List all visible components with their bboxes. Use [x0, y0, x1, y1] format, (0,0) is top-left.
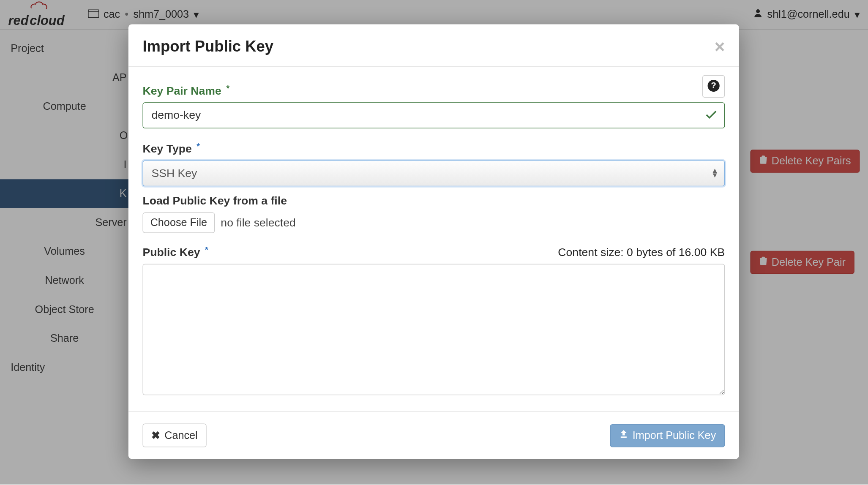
close-icon[interactable]: ×: [715, 41, 725, 52]
key-pair-name-input[interactable]: [142, 102, 725, 128]
required-asterisk: *: [197, 142, 200, 151]
upload-icon: [619, 429, 628, 441]
key-pair-name-label: Key Pair Name *: [142, 84, 725, 98]
key-type-select[interactable]: SSH Key ▲▼: [142, 160, 725, 186]
select-stepper-icon: ▲▼: [711, 169, 718, 178]
svg-text:?: ?: [711, 80, 716, 90]
key-type-selected-value: SSH Key: [151, 167, 197, 180]
load-from-file-label: Load Public Key from a file: [142, 195, 725, 208]
modal-footer: ✖ Cancel Import Public Key: [128, 411, 739, 459]
choose-file-button[interactable]: Choose File: [142, 213, 215, 233]
required-asterisk: *: [226, 83, 229, 93]
checkmark-icon: [706, 109, 716, 122]
key-type-label: Key Type *: [142, 142, 725, 155]
import-public-key-modal: Import Public Key × ? Key Pair Name *: [128, 24, 739, 459]
help-button[interactable]: ?: [702, 75, 725, 98]
import-public-key-button[interactable]: Import Public Key: [610, 424, 725, 447]
question-circle-icon: ?: [707, 79, 720, 94]
file-status-text: no file selected: [221, 216, 295, 229]
cancel-button[interactable]: ✖ Cancel: [142, 424, 206, 447]
content-size-text: Content size: 0 bytes of 16.00 KB: [558, 246, 725, 259]
modal-body: ? Key Pair Name * Key Type * SSH Key: [128, 67, 739, 411]
public-key-label: Public Key *: [142, 246, 206, 259]
modal-title: Import Public Key: [142, 37, 273, 55]
close-icon: ✖: [151, 429, 160, 442]
modal-header: Import Public Key ×: [128, 24, 739, 67]
required-asterisk: *: [205, 245, 208, 254]
public-key-textarea[interactable]: [142, 264, 725, 395]
